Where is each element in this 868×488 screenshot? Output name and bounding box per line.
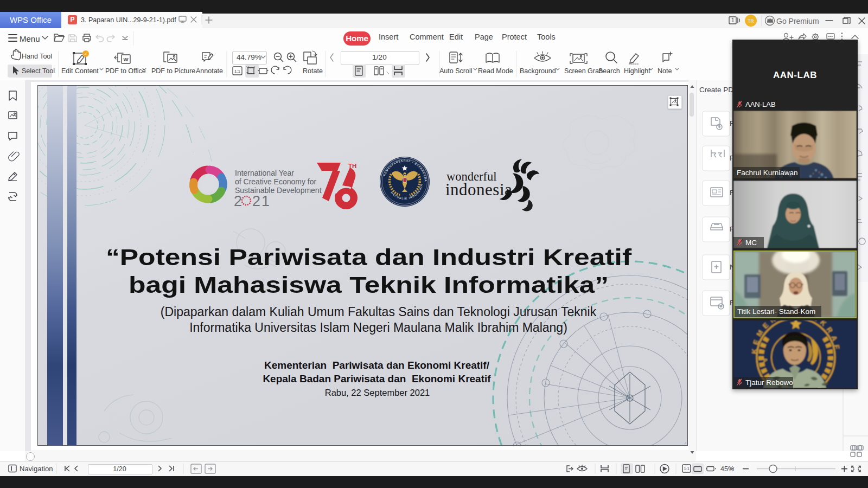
svg-text:TR: TR [748, 18, 754, 24]
svg-text:W: W [124, 56, 129, 62]
svg-text:TH: TH [348, 163, 356, 169]
svg-text:Sustainable Development: Sustainable Development [235, 186, 322, 195]
svg-text:Tjatur Rebowo: Tjatur Rebowo [745, 378, 793, 387]
svg-text:MC: MC [745, 239, 757, 247]
svg-text:21: 21 [252, 193, 271, 209]
svg-text:Titik Lestari- Stand-Kom: Titik Lestari- Stand-Kom [737, 307, 815, 316]
svg-text:2: 2 [234, 193, 243, 209]
svg-text:1:1: 1:1 [234, 69, 241, 74]
svg-text:of Creative Economy for: of Creative Economy for [235, 177, 317, 186]
svg-text:1:1: 1:1 [684, 466, 690, 471]
svg-text:Fachrul Kurniawan: Fachrul Kurniawan [737, 169, 798, 177]
svg-text:✓: ✓ [84, 52, 88, 56]
svg-text:indonesia: indonesia [445, 180, 512, 199]
svg-text:1: 1 [731, 17, 735, 23]
svg-text:International Year: International Year [235, 169, 294, 177]
